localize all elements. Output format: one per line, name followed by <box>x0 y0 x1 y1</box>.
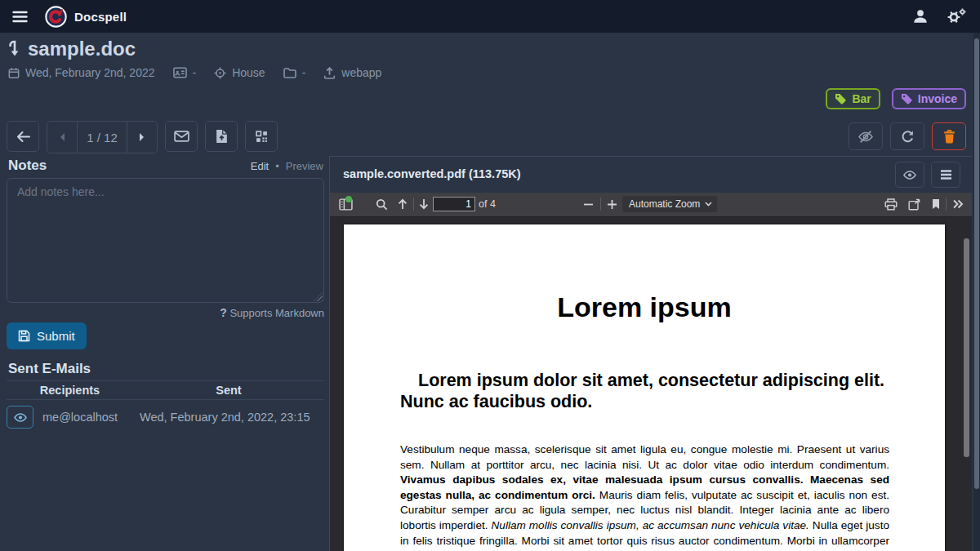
item-title: sample.doc <box>28 38 136 60</box>
minus-icon <box>583 199 594 210</box>
mail-recipient: me@localhost <box>42 411 134 424</box>
question-icon: ? <box>220 306 227 319</box>
pdf-document-body: Vestibulum neque massa, scelerisque sit … <box>344 442 945 551</box>
chevron-down-icon <box>705 202 712 207</box>
sent-emails-heading: Sent E-Mails <box>8 361 91 377</box>
view-mail-button[interactable] <box>7 406 33 429</box>
delete-button[interactable] <box>932 122 966 150</box>
settings-gears-icon[interactable] <box>947 8 967 24</box>
arrow-up-icon <box>398 198 408 210</box>
zoom-out-button[interactable] <box>580 193 596 216</box>
pdf-document-heading: Lorem ipsum dolor sit amet, consectetur … <box>344 370 945 412</box>
docspell-logo <box>45 6 67 28</box>
zoom-level-select[interactable]: Automatic Zoom <box>622 196 717 212</box>
file-upload-button[interactable] <box>205 121 238 152</box>
unconfirm-button[interactable] <box>849 122 883 150</box>
back-button[interactable] <box>7 121 39 152</box>
sidebar-toggle-button[interactable] <box>336 193 355 216</box>
tag-icon <box>901 93 912 104</box>
column-sent: Sent <box>133 384 324 397</box>
arrow-down-icon <box>8 39 20 59</box>
more-tools-button[interactable] <box>948 193 968 216</box>
crosshairs-icon <box>214 67 226 79</box>
page-scrollbar-thumb[interactable] <box>974 38 979 489</box>
bookmark-icon <box>932 198 940 210</box>
trash-icon <box>943 130 956 144</box>
tag-list: Bar Invoice <box>826 88 966 109</box>
notes-link-separator: • <box>275 160 279 172</box>
qr-code-button[interactable] <box>245 121 278 152</box>
reload-button[interactable] <box>890 122 924 150</box>
pager-position: 1 / 12 <box>77 122 127 153</box>
item-date: Wed, February 2nd, 2022 <box>25 66 155 79</box>
submit-notes-button[interactable]: Submit <box>7 322 87 349</box>
upload-icon <box>323 67 336 79</box>
qrcode-icon <box>256 131 268 143</box>
docspell-app: Docspell <box>0 0 980 551</box>
prev-item-button[interactable] <box>47 122 77 153</box>
column-recipients: Recipients <box>7 384 133 397</box>
page-number-input[interactable] <box>433 197 475 211</box>
page-count-label: of 4 <box>479 198 496 210</box>
tag-invoice[interactable]: Invoice <box>892 88 966 109</box>
app-name: Docspell <box>74 10 127 24</box>
download-button[interactable] <box>905 193 923 216</box>
tag-bar[interactable]: Bar <box>826 88 880 109</box>
tag-icon <box>835 93 846 104</box>
eye-slash-icon <box>858 130 874 144</box>
search-icon <box>376 198 388 211</box>
item-meta-row: Wed, February 2nd, 2022 - House - webapp <box>8 66 381 79</box>
pdf-document-title: Lorem ipsum <box>344 291 945 323</box>
notes-input[interactable] <box>7 178 324 303</box>
next-page-button[interactable] <box>416 193 432 216</box>
previous-page-button[interactable] <box>394 193 411 216</box>
pdf-page: Lorem ipsum Lorem ipsum dolor sit amet, … <box>344 224 945 551</box>
notes-heading: Notes <box>8 158 47 174</box>
table-row: me@localhost Wed, February 2nd, 2022, 23… <box>7 406 324 429</box>
source-value: webapp <box>341 66 381 79</box>
arrow-down-icon <box>419 198 429 210</box>
user-icon[interactable] <box>912 8 929 24</box>
save-icon <box>18 330 30 342</box>
file-arrow-up-icon <box>216 129 228 144</box>
menu-icon <box>940 170 952 180</box>
top-navbar: Docspell <box>0 0 980 33</box>
pdf-scrollbar-thumb[interactable] <box>964 238 969 457</box>
eye-icon <box>14 413 27 422</box>
refresh-icon <box>901 130 915 144</box>
concerning-value: House <box>232 66 265 79</box>
arrow-left-icon <box>16 131 31 143</box>
chevron-left-icon <box>59 132 65 142</box>
notes-preview-link[interactable]: Preview <box>286 160 323 172</box>
mail-sent-date: Wed, February 2nd, 2022, 23:15 <box>140 411 310 424</box>
save-file-icon <box>908 198 920 211</box>
id-card-icon <box>173 67 187 78</box>
double-chevron-right-icon <box>952 199 964 209</box>
calendar-icon <box>8 67 20 79</box>
print-icon <box>884 198 898 211</box>
folder-icon <box>283 68 296 78</box>
pdf-viewport[interactable]: Lorem ipsum Lorem ipsum dolor sit amet, … <box>330 217 972 551</box>
markdown-hint-link[interactable]: ? Supports Markdown <box>7 306 324 319</box>
envelope-icon <box>174 131 189 142</box>
search-button[interactable] <box>372 193 390 216</box>
tag-label: Invoice <box>918 92 957 105</box>
plus-icon <box>607 199 617 210</box>
send-mail-button[interactable] <box>165 121 198 152</box>
zoom-in-button[interactable] <box>604 193 620 216</box>
sidebar-notification-dot <box>345 196 352 202</box>
notes-edit-link[interactable]: Edit <box>251 160 269 172</box>
next-item-button[interactable] <box>127 122 157 153</box>
chevron-right-icon <box>139 132 145 142</box>
bookmark-button[interactable] <box>929 193 943 216</box>
sent-emails-table: Recipients Sent me@localhost Wed, Februa… <box>7 380 324 429</box>
item-pager: 1 / 12 <box>47 121 158 153</box>
attachment-menu-button[interactable] <box>931 162 960 188</box>
attachment-file-name: sample.converted.pdf (113.75K) <box>343 167 521 180</box>
hamburger-menu-icon[interactable] <box>9 6 30 27</box>
eye-icon <box>903 171 916 180</box>
print-button[interactable] <box>882 193 900 216</box>
view-mode-button[interactable] <box>895 162 924 188</box>
folder-value: - <box>302 66 306 79</box>
page-scrollbar[interactable] <box>973 33 980 551</box>
